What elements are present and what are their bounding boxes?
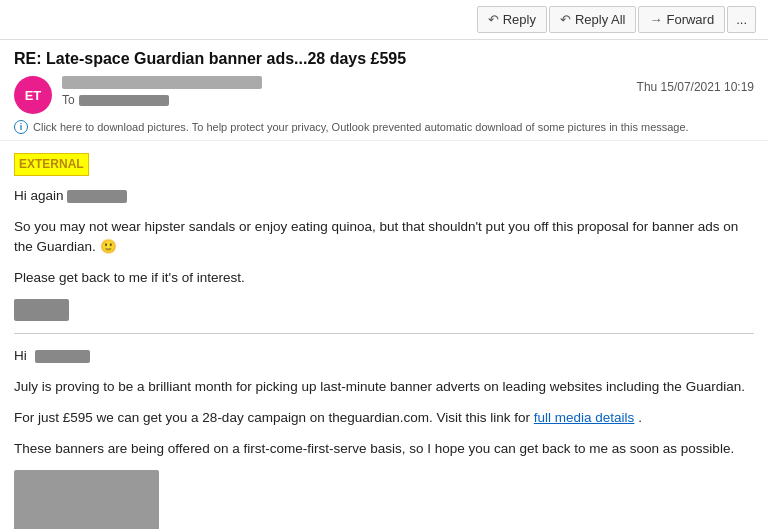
sender-name-redacted [62,76,262,89]
more-button[interactable]: ... [727,6,756,33]
download-notice-text: Click here to download pictures. To help… [33,121,689,133]
sender-info: To [62,76,627,107]
info-icon: i [14,120,28,134]
reply-all-label: Reply All [575,12,626,27]
reply-button[interactable]: ↶ Reply [477,6,547,33]
body-para1: So you may not wear hipster sandals or e… [14,217,754,259]
sender-row: ET To Thu 15/07/2021 10:19 [14,76,754,114]
forward-icon: → [649,12,662,27]
email-toolbar: ↶ Reply ↶ Reply All → Forward ... [0,0,768,40]
divider [14,333,754,334]
body-para4: For just £595 we can get you a 28-day ca… [14,408,754,429]
media-details-link[interactable]: full media details [534,410,635,425]
external-badge: EXTERNAL [14,153,89,176]
signature-redacted [14,299,69,321]
body-para5: These banners are being offered on a fir… [14,439,754,460]
reply-icon: ↶ [488,12,499,27]
forward-button[interactable]: → Forward [638,6,725,33]
name-redacted-1 [67,190,127,203]
email-subject: RE: Late-space Guardian banner ads...28 … [14,50,754,68]
email-body: EXTERNAL Hi again So you may not wear hi… [0,141,768,529]
avatar: ET [14,76,52,114]
email-header: RE: Late-space Guardian banner ads...28 … [0,40,768,141]
body-para3: July is proving to be a brilliant month … [14,377,754,398]
recipient-name-redacted [79,95,169,106]
body-para2: Please get back to me if it's of interes… [14,268,754,289]
email-date: Thu 15/07/2021 10:19 [637,80,754,94]
more-dots: ... [736,12,747,27]
hi2-greeting: Hi [14,346,754,367]
to-row: To [62,93,627,107]
name-redacted-2 [35,350,90,363]
hi-greeting: Hi again [14,186,754,207]
to-label: To [62,93,75,107]
reply-label: Reply [503,12,536,27]
reply-all-button[interactable]: ↶ Reply All [549,6,637,33]
download-notice[interactable]: i Click here to download pictures. To he… [14,120,754,134]
reply-all-icon: ↶ [560,12,571,27]
forward-label: Forward [666,12,714,27]
image-redacted [14,470,159,529]
